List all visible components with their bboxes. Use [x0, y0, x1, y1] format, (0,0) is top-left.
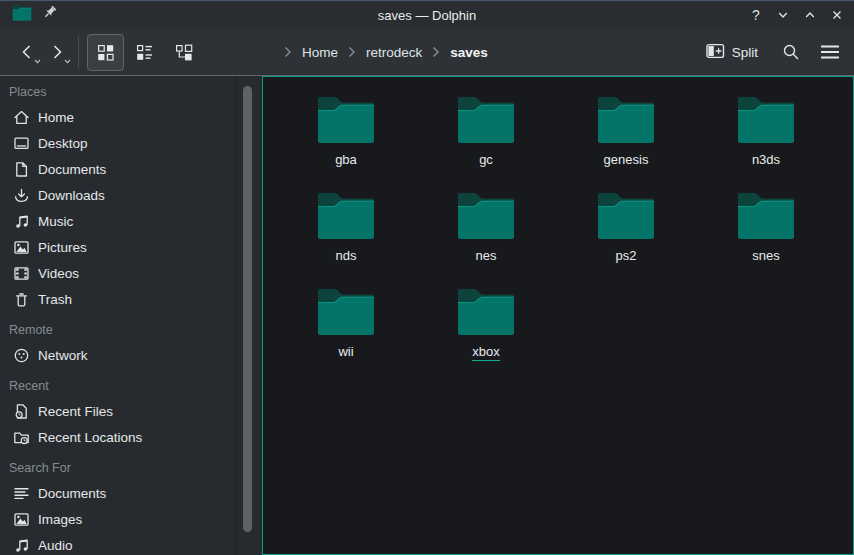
folder-label-wrap: wii — [338, 344, 353, 361]
minimize-button[interactable] — [774, 6, 792, 24]
folder-label-wrap: xbox — [472, 344, 499, 361]
sidebar-section-header[interactable]: Remote — [0, 316, 236, 342]
folder-icon — [316, 96, 376, 144]
pin-icon[interactable] — [42, 5, 58, 25]
sidebar-item-label: Trash — [38, 292, 72, 307]
sidebar-item-home[interactable]: Home — [0, 104, 236, 130]
sidebar-section: PlacesHomeDesktopDocumentsDownloadsMusic… — [0, 78, 236, 312]
folder-grid: gba gc genesis n3ds nds nes ps2 snes wii… — [263, 77, 853, 384]
download-icon — [13, 187, 30, 204]
folder-icon — [596, 96, 656, 144]
forward-history-dropdown-icon[interactable] — [64, 50, 71, 68]
icons-view-button[interactable] — [87, 34, 124, 71]
folder-label-wrap: genesis — [604, 152, 649, 169]
sidebar-item-label: Documents — [38, 486, 106, 501]
folder-icon — [456, 96, 516, 144]
folder-icon — [736, 96, 796, 144]
breadcrumb: Homeretrodecksaves — [276, 43, 490, 62]
back-button[interactable] — [12, 34, 42, 70]
sidebar-item-recent-files[interactable]: Recent Files — [0, 398, 236, 424]
sidebar-item-documents[interactable]: Documents — [0, 156, 236, 182]
breadcrumb-chevron-icon — [432, 46, 440, 58]
image-icon — [13, 239, 30, 256]
folder-label: wii — [338, 344, 353, 359]
search-button[interactable] — [782, 43, 800, 61]
folder-label: n3ds — [752, 152, 780, 167]
folder-nes[interactable]: nes — [416, 192, 556, 288]
sidebar-item-images[interactable]: Images — [0, 506, 236, 532]
details-view-button[interactable] — [126, 34, 163, 71]
sidebar-item-downloads[interactable]: Downloads — [0, 182, 236, 208]
sidebar-scrollbar-track[interactable] — [237, 76, 262, 555]
folder-label-wrap: ps2 — [616, 248, 637, 265]
breadcrumb-item-retrodeck[interactable]: retrodeck — [364, 43, 424, 62]
sidebar-item-label: Desktop — [38, 136, 88, 151]
desktop-icon — [13, 135, 30, 152]
help-button[interactable]: ? — [747, 6, 765, 24]
back-history-dropdown-icon[interactable] — [34, 50, 41, 68]
folder-label: gba — [335, 152, 357, 167]
sidebar-item-label: Videos — [38, 266, 79, 281]
sidebar-item-label: Network — [38, 348, 88, 363]
document-icon — [13, 161, 30, 178]
folder-gc[interactable]: gc — [416, 96, 556, 192]
folder-snes[interactable]: snes — [696, 192, 836, 288]
sidebar-item-label: Pictures — [38, 240, 87, 255]
folder-nds[interactable]: nds — [276, 192, 416, 288]
split-button[interactable]: Split — [704, 39, 760, 66]
split-button-label: Split — [732, 45, 758, 60]
folder-icon — [316, 288, 376, 336]
breadcrumb-item-home[interactable]: Home — [300, 43, 340, 62]
maximize-button[interactable] — [801, 6, 819, 24]
trash-icon — [13, 291, 30, 308]
home-icon — [13, 109, 30, 126]
sidebar-item-videos[interactable]: Videos — [0, 260, 236, 286]
sidebar-item-label: Recent Locations — [38, 430, 142, 445]
sidebar-item-label: Audio — [38, 538, 73, 553]
sidebar-item-pictures[interactable]: Pictures — [0, 234, 236, 260]
sidebar-item-label: Documents — [38, 162, 106, 177]
music-icon — [13, 537, 30, 554]
sidebar-section-header[interactable]: Places — [0, 78, 236, 104]
tree-view-button[interactable] — [165, 34, 202, 71]
folder-ps2[interactable]: ps2 — [556, 192, 696, 288]
folder-label: nes — [476, 248, 497, 263]
sidebar-scrollbar-thumb[interactable] — [243, 86, 252, 532]
toolbar-separator — [78, 36, 79, 68]
sidebar-section-header[interactable]: Recent — [0, 372, 236, 398]
folder-label-wrap: n3ds — [752, 152, 780, 169]
sidebar-item-label: Home — [38, 110, 74, 125]
folder-icon — [596, 192, 656, 240]
sidebar-item-label: Images — [38, 512, 82, 527]
folder-label: gc — [479, 152, 493, 167]
music-icon — [13, 213, 30, 230]
sidebar-section: Search ForDocumentsImagesAudio — [0, 454, 236, 555]
folder-xbox[interactable]: xbox — [416, 288, 556, 384]
close-button[interactable] — [828, 6, 846, 24]
sidebar-item-trash[interactable]: Trash — [0, 286, 236, 312]
breadcrumb-chevron-icon — [284, 46, 292, 58]
app-folder-icon — [12, 5, 32, 25]
sidebar-item-documents[interactable]: Documents — [0, 480, 236, 506]
folder-label-wrap: gba — [335, 152, 357, 169]
folder-genesis[interactable]: genesis — [556, 96, 696, 192]
folder-label: genesis — [604, 152, 649, 167]
split-view-icon — [706, 43, 725, 62]
folder-gba[interactable]: gba — [276, 96, 416, 192]
forward-button[interactable] — [42, 34, 72, 70]
folder-n3ds[interactable]: n3ds — [696, 96, 836, 192]
folder-view[interactable]: gba gc genesis n3ds nds nes ps2 snes wii… — [262, 76, 854, 555]
sidebar-item-desktop[interactable]: Desktop — [0, 130, 236, 156]
sidebar-item-label: Music — [38, 214, 73, 229]
toolbar: Homeretrodecksaves Split — [0, 29, 854, 76]
hamburger-menu-button[interactable] — [820, 44, 840, 60]
sidebar-item-audio[interactable]: Audio — [0, 532, 236, 555]
sidebar-section-header[interactable]: Search For — [0, 454, 236, 480]
sidebar-item-label: Downloads — [38, 188, 105, 203]
sidebar-item-network[interactable]: Network — [0, 342, 236, 368]
sidebar-item-recent-locations[interactable]: Recent Locations — [0, 424, 236, 450]
sidebar-item-music[interactable]: Music — [0, 208, 236, 234]
folder-wii[interactable]: wii — [276, 288, 416, 384]
video-icon — [13, 265, 30, 282]
breadcrumb-item-saves[interactable]: saves — [448, 43, 490, 62]
